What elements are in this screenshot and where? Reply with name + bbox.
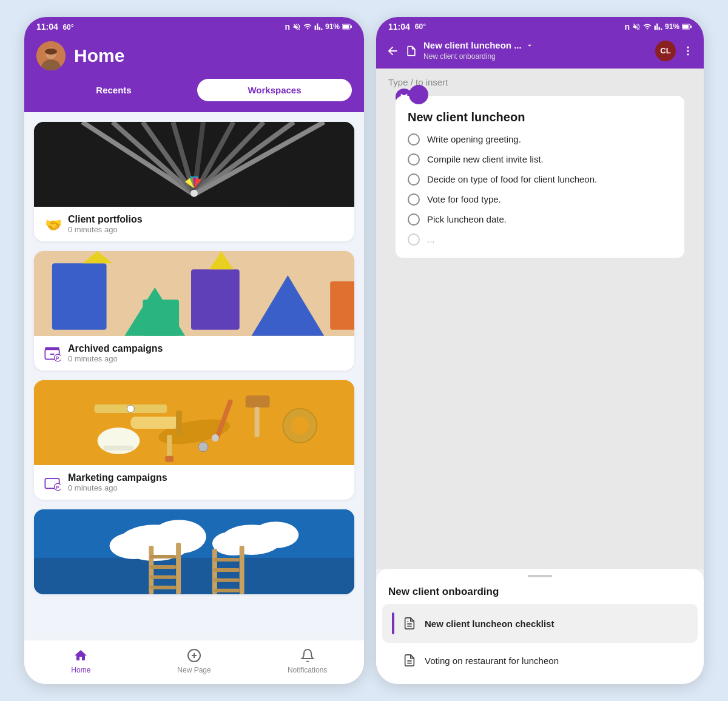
svg-point-45	[127, 405, 134, 412]
sheet-item-voting-label: Voting on restaurant for luncheon	[425, 656, 559, 666]
svg-rect-29	[191, 269, 240, 330]
user-avatar[interactable]	[36, 41, 66, 70]
nav-new-page[interactable]: New Page	[170, 648, 218, 674]
card-marketing-campaigns[interactable]: P Marketing campaigns 0 minutes ago	[34, 380, 354, 500]
nav-home[interactable]: Home	[56, 648, 105, 674]
back-arrow-icon	[386, 44, 399, 58]
svg-point-86	[687, 46, 689, 48]
svg-rect-1	[343, 25, 349, 29]
sheet-item-checklist[interactable]: New client luncheon checklist	[382, 604, 698, 643]
svg-text:🤝: 🤝	[45, 216, 61, 233]
checkbox-3[interactable]	[408, 173, 420, 186]
marketing-icon: P	[44, 474, 61, 491]
card-title-portfolios: Client portfolios	[68, 214, 143, 225]
checklist-item-5[interactable]: Pick luncheon date.	[408, 213, 672, 226]
tab-workspaces[interactable]: Workspaces	[197, 79, 352, 101]
checklist-card: New client luncheon Write opening greeti…	[396, 96, 684, 258]
card-ladders[interactable]	[34, 509, 354, 594]
checkbox-5[interactable]	[408, 213, 420, 226]
svg-point-54	[291, 417, 309, 435]
plus-circle-icon	[187, 648, 201, 663]
bell-icon	[300, 648, 315, 663]
checkbox-2[interactable]	[408, 153, 420, 166]
card-client-portfolios[interactable]: 🤝 Client portfolios 0 minutes ago	[34, 122, 354, 241]
card-icon-marketing: P	[42, 473, 62, 492]
right-content: Type / to insert New client luncheon Wri…	[376, 69, 704, 569]
tools-illustration	[34, 380, 354, 465]
left-phone: 11:04 60° n 91%	[24, 17, 364, 684]
doc-subtitle: New client onboarding	[423, 52, 496, 61]
svg-rect-78	[214, 579, 240, 582]
right-battery: 91%	[665, 22, 679, 31]
active-accent	[392, 612, 394, 634]
svg-rect-73	[150, 586, 176, 589]
check-text-2: Compile new client invite list.	[427, 153, 544, 166]
checklist-item-4[interactable]: Vote for food type.	[408, 193, 672, 206]
checkbox-1[interactable]	[408, 133, 420, 146]
check-text-1: Write opening greeting.	[427, 133, 521, 146]
svg-rect-42	[130, 417, 179, 429]
check-text-5: Pick luncheon date.	[427, 213, 507, 226]
svg-rect-43	[176, 411, 182, 435]
chevron-down-icon	[525, 41, 534, 50]
nav-new-page-label: New Page	[177, 666, 211, 674]
card-title-marketing: Marketing campaigns	[68, 472, 167, 483]
avatar-image	[36, 41, 66, 70]
svg-rect-75	[240, 546, 244, 594]
blocks-illustration	[34, 251, 354, 336]
checklist-item-3[interactable]: Decide on type of food for client lunche…	[408, 173, 672, 186]
voting-doc-icon	[403, 654, 416, 667]
tabs-row: Recents Workspaces	[36, 79, 352, 101]
bottom-sheet: New client onboarding New client luncheo…	[376, 569, 704, 684]
home-icon	[73, 648, 88, 663]
svg-rect-85	[690, 25, 692, 28]
right-wifi-icon	[643, 22, 652, 31]
left-status-bar: 11:04 60° n 91%	[24, 17, 364, 35]
svg-rect-2	[351, 25, 352, 28]
svg-rect-36	[45, 347, 59, 350]
signal-icon	[314, 22, 323, 31]
svg-point-87	[687, 50, 689, 52]
checklist-item-1[interactable]: Write opening greeting.	[408, 133, 672, 146]
left-app-icon: n	[285, 22, 290, 32]
svg-rect-56	[104, 446, 134, 451]
svg-rect-33	[143, 300, 179, 336]
back-button[interactable]	[386, 44, 399, 58]
svg-point-51	[198, 442, 208, 452]
handshake-icon: 🤝	[44, 216, 61, 233]
svg-rect-50	[165, 456, 174, 462]
right-temp: 60°	[415, 22, 426, 31]
more-vertical-icon	[682, 45, 694, 57]
card-icon-portfolios: 🤝	[42, 215, 62, 234]
right-status-bar: 11:04 60° n 91%	[376, 17, 704, 35]
doc-avatar[interactable]: CL	[655, 41, 676, 61]
sheet-item-checklist-label: New client luncheon checklist	[425, 619, 554, 629]
doc-icon	[405, 45, 417, 57]
svg-rect-31	[330, 281, 354, 330]
card-archived-campaigns[interactable]: P Archived campaigns 0 minutes ago	[34, 251, 354, 371]
page-title: Home	[74, 45, 124, 66]
card-image-blocks	[34, 251, 354, 336]
right-app-icon: n	[624, 22, 630, 32]
check-text-4: Vote for food type.	[427, 193, 501, 206]
right-signal-icon	[654, 22, 662, 31]
svg-rect-79	[214, 589, 240, 592]
nav-notifications-label: Notifications	[288, 666, 327, 674]
checkbox-4[interactable]	[408, 193, 420, 206]
nav-notifications[interactable]: Notifications	[283, 648, 332, 674]
card-image-tools	[34, 380, 354, 465]
tab-recents[interactable]: Recents	[36, 79, 191, 101]
svg-rect-72	[150, 575, 176, 579]
right-mute-icon	[632, 22, 641, 31]
cards-list: 🤝 Client portfolios 0 minutes ago	[24, 112, 364, 640]
right-phone: 11:04 60° n 91% New client luncheon ...	[376, 17, 704, 684]
more-options-button[interactable]	[682, 45, 694, 57]
svg-point-88	[687, 53, 689, 55]
checklist-item-2[interactable]: Compile new client invite list.	[408, 153, 672, 166]
card-image-pencils	[34, 122, 354, 207]
checklist-title: New client luncheon	[408, 108, 672, 124]
svg-rect-70	[150, 555, 176, 558]
svg-point-66	[253, 522, 299, 548]
sheet-item-voting[interactable]: Voting on restaurant for luncheon	[382, 645, 698, 676]
svg-rect-48	[255, 407, 260, 437]
